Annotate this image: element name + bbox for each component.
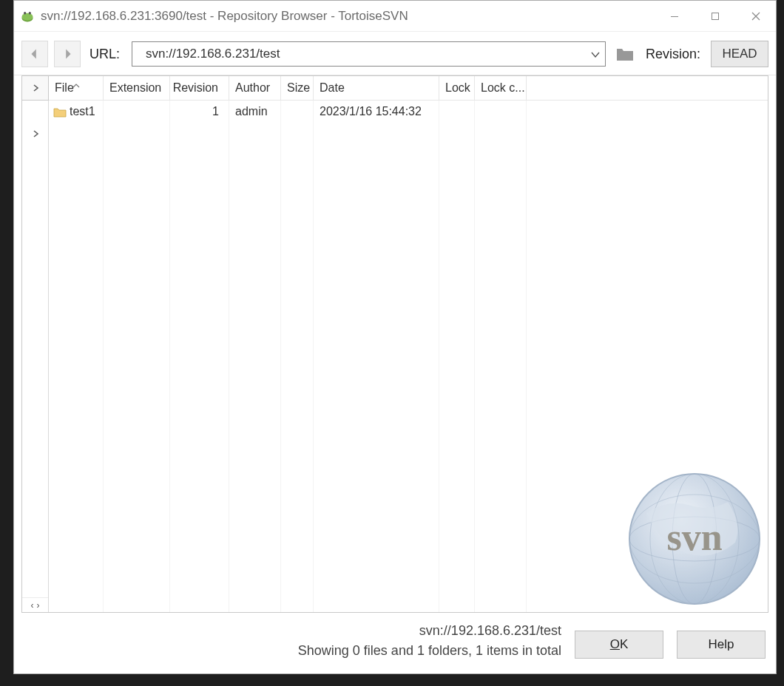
column-date[interactable]: Date	[314, 76, 439, 100]
column-extension[interactable]: Extension	[104, 76, 170, 100]
chevron-down-icon[interactable]	[590, 49, 601, 59]
column-lock-comment[interactable]: Lock c...	[475, 76, 527, 100]
svg-rect-5	[30, 12, 31, 14]
app-icon	[20, 9, 35, 24]
svg-point-9	[629, 517, 760, 561]
column-lock[interactable]: Lock	[439, 76, 475, 100]
svg-text:svn: svn	[666, 516, 722, 558]
status-text: svn://192.168.6.231/test Showing 0 files…	[24, 623, 561, 659]
svg-point-1	[22, 13, 33, 20]
column-file[interactable]: File	[49, 76, 104, 100]
window-controls	[654, 1, 776, 31]
column-size[interactable]: Size	[281, 76, 314, 100]
revision-head-button[interactable]: HEAD	[711, 41, 768, 67]
app-window: svn://192.168.6.231:3690/test - Reposito…	[13, 0, 777, 674]
status-path: svn://192.168.6.231/test	[419, 623, 561, 639]
window-title: svn://192.168.6.231:3690/test - Reposito…	[41, 9, 654, 24]
browse-folder-button[interactable]	[612, 41, 638, 67]
help-button[interactable]: Help	[677, 631, 766, 659]
maximize-button[interactable]	[695, 1, 735, 31]
tree-pane: ‹ ›	[22, 76, 49, 612]
titlebar[interactable]: svn://192.168.6.231:3690/test - Reposito…	[14, 1, 776, 32]
tree-nav-left[interactable]: ‹	[31, 600, 34, 611]
help-label: Help	[709, 637, 734, 652]
list-header: File Extension Revision Author Size Date…	[49, 76, 768, 101]
sort-ascending-icon	[72, 78, 80, 82]
footer: svn://192.168.6.231/test Showing 0 files…	[14, 613, 776, 673]
column-spacer	[527, 76, 768, 100]
table-row[interactable]: test11admin2023/1/16 15:44:32	[49, 101, 768, 123]
tree-expand-button-2[interactable]	[22, 121, 48, 146]
tree-nav-right[interactable]: ›	[37, 600, 40, 611]
cell-file: test1	[49, 105, 104, 118]
ok-button[interactable]: OK	[575, 631, 663, 659]
svg-rect-7	[712, 13, 718, 19]
svg-point-8	[629, 474, 760, 604]
cell-revision: 1	[170, 105, 229, 118]
url-value: svn://192.168.6.231/test	[146, 47, 280, 61]
forward-button[interactable]	[54, 41, 81, 67]
file-list-pane: File Extension Revision Author Size Date…	[49, 76, 768, 612]
back-button[interactable]	[21, 41, 48, 67]
close-button[interactable]	[735, 1, 776, 31]
svn-watermark-icon: svn	[624, 469, 765, 609]
svg-point-10	[629, 495, 760, 583]
column-gridlines	[49, 101, 768, 612]
content-area: ‹ › File Extension Revision Author Size …	[21, 75, 768, 613]
head-label: HEAD	[722, 47, 757, 61]
url-label: URL:	[89, 47, 120, 62]
cell-author: admin	[229, 105, 281, 118]
revision-label: Revision:	[646, 47, 700, 62]
svg-point-11	[672, 474, 717, 604]
url-input[interactable]: svn://192.168.6.231/test	[132, 41, 606, 67]
list-body[interactable]: test11admin2023/1/16 15:44:32	[49, 101, 768, 612]
tree-expand-button[interactable]	[21, 75, 49, 101]
toolbar: URL: svn://192.168.6.231/test Revision: …	[14, 32, 776, 75]
column-revision[interactable]: Revision	[170, 76, 229, 100]
svg-point-12	[650, 474, 739, 604]
file-name: test1	[70, 105, 95, 118]
tree-nav: ‹ ›	[22, 597, 48, 612]
svg-rect-4	[24, 12, 26, 14]
cell-date: 2023/1/16 15:44:32	[314, 105, 439, 118]
status-summary: Showing 0 files and 1 folders, 1 items i…	[298, 643, 561, 659]
folder-icon	[53, 106, 67, 118]
minimize-button[interactable]	[654, 1, 695, 31]
svg-rect-6	[671, 16, 678, 17]
column-author[interactable]: Author	[229, 76, 281, 100]
